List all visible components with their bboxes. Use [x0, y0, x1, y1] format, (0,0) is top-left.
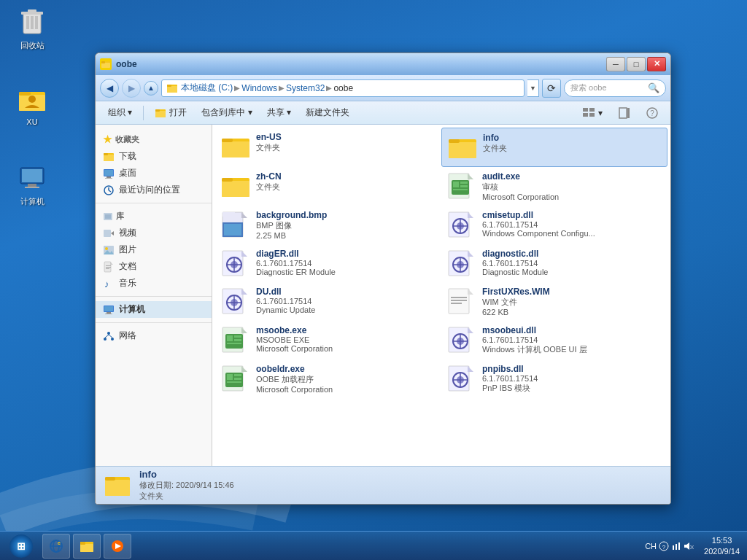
svg-rect-24: [589, 108, 595, 112]
file-info: DU.dll 6.1.7601.17514 Dynamic Update: [256, 287, 436, 314]
file-item-en-US[interactable]: en-US 文件夹: [215, 128, 441, 167]
file-type: BMP 图像: [256, 220, 436, 231]
refresh-button[interactable]: ⟳: [542, 79, 561, 98]
dll-icon: [447, 250, 476, 276]
file-desc: Microsoft Corporation: [482, 192, 662, 201]
svg-rect-78: [453, 189, 468, 190]
svg-marker-49: [110, 262, 113, 265]
breadcrumb-part4[interactable]: oobe: [333, 83, 353, 93]
toolbar-sep1: [143, 106, 144, 120]
file-item-cmisetup-dll[interactable]: cmisetup.dll 6.1.7601.17514 Windows Comp…: [441, 206, 667, 244]
file-item-pnpibs-dll[interactable]: pnpibs.dll 6.1.7601.17514 PnP IBS 模块: [441, 359, 667, 398]
svg-marker-44: [111, 231, 114, 236]
file-type: 6.1.7601.17514: [256, 297, 436, 306]
file-info: en-US 文件夹: [256, 132, 436, 153]
address-bar[interactable]: 本地磁盘 (C:) ▶ Windows ▶ System32 ▶ oobe: [161, 79, 525, 97]
sidebar-item-music[interactable]: ♪ 音乐: [96, 275, 212, 292]
svg-rect-131: [234, 378, 241, 380]
svg-rect-130: [234, 374, 241, 376]
file-item-zh-CN[interactable]: zh-CN 文件夹: [215, 167, 441, 206]
sidebar-item-network[interactable]: 网络: [96, 327, 212, 344]
svg-rect-8: [19, 92, 31, 96]
desktop-icon-user[interactable]: XU: [9, 86, 55, 126]
address-dropdown-button[interactable]: ▼: [527, 79, 539, 97]
pane-icon: [619, 107, 630, 119]
file-item-diagER-dll[interactable]: diagER.dll 6.1.7601.17514 Diagnostic ER …: [215, 244, 441, 282]
svg-rect-149: [80, 544, 93, 552]
music-label: 音乐: [119, 277, 136, 289]
open-icon: [155, 107, 166, 119]
svg-text:))): ))): [690, 545, 694, 549]
view-options-button[interactable]: ▾: [576, 104, 609, 122]
search-icon[interactable]: 🔍: [648, 82, 659, 93]
breadcrumb-part3[interactable]: System32: [286, 83, 325, 93]
file-name: diagnostic.dll: [482, 249, 662, 259]
lang-indicator[interactable]: CH: [645, 542, 657, 551]
share-button[interactable]: 共享 ▾: [260, 104, 298, 122]
sidebar-item-desktop[interactable]: 桌面: [96, 165, 212, 182]
svg-rect-67: [449, 142, 476, 158]
svg-text:e: e: [58, 540, 61, 545]
files-area: en-US 文件夹 info 文件夹 zh-CN 文件夹: [212, 125, 670, 466]
sidebar-item-video[interactable]: 视频: [96, 225, 212, 241]
sidebar-item-image[interactable]: 图片: [96, 241, 212, 258]
desktop-icon-recycle-bin[interactable]: 回收站: [9, 9, 55, 51]
svg-rect-112: [451, 303, 462, 304]
open-button[interactable]: 打开: [148, 104, 193, 122]
sidebar-item-document[interactable]: 文档: [96, 258, 212, 275]
download-label: 下载: [119, 150, 136, 163]
sidebar-item-recent[interactable]: 最近访问的位置: [96, 182, 212, 198]
search-box[interactable]: 搜索 oobe 🔍: [564, 79, 666, 97]
file-icon-wrapper: [221, 171, 250, 201]
up-button[interactable]: ▲: [144, 81, 158, 96]
include-library-button[interactable]: 包含到库中 ▾: [195, 104, 258, 122]
sidebar-item-download[interactable]: 下载: [96, 148, 212, 165]
status-bar: info 修改日期: 2020/9/14 15:46 文件夹: [96, 466, 670, 504]
organize-button[interactable]: 组织 ▾: [101, 104, 139, 122]
taskbar-explorer-item[interactable]: [73, 534, 101, 559]
file-desc: Diagnostic ER Module: [256, 268, 436, 276]
svg-rect-42: [105, 214, 111, 219]
file-item-FirstUXRes-WIM[interactable]: FirstUXRes.WIM WIM 文件 622 KB: [441, 282, 667, 321]
svg-rect-12: [28, 184, 36, 187]
new-folder-button[interactable]: 新建文件夹: [299, 104, 356, 122]
file-item-DU-dll[interactable]: DU.dll 6.1.7601.17514 Dynamic Update: [215, 282, 441, 321]
taskbar-media-item[interactable]: [104, 534, 131, 559]
svg-line-62: [109, 335, 112, 338]
file-type: 6.1.7601.17514: [256, 259, 436, 268]
close-button[interactable]: ✕: [647, 57, 666, 71]
svg-rect-57: [105, 314, 112, 314]
svg-rect-56: [107, 312, 111, 314]
desktop-icon-computer[interactable]: 计算机: [9, 165, 55, 207]
back-button[interactable]: ◀: [100, 79, 119, 98]
file-item-background-bmp[interactable]: background.bmp BMP 图像 2.25 MB: [215, 206, 441, 244]
sidebar-item-computer[interactable]: 计算机: [96, 301, 212, 318]
maximize-button[interactable]: □: [627, 57, 646, 71]
breadcrumb-part1[interactable]: 本地磁盘 (C:): [181, 82, 233, 94]
file-item-info[interactable]: info 文件夹: [441, 128, 667, 167]
forward-button[interactable]: ▶: [122, 79, 141, 98]
file-item-msoobeui-dll[interactable]: msoobeui.dll 6.1.7601.17514 Windows 计算机 …: [441, 321, 667, 359]
file-icon-wrapper: [447, 171, 476, 201]
file-item-msoobe-exe[interactable]: msoobe.exe MSOOBE EXE Microsoft Corporat…: [215, 321, 441, 359]
taskbar: ⊞ e CH: [0, 531, 747, 560]
help-button[interactable]: ?: [640, 104, 665, 122]
file-item-diagnostic-dll[interactable]: diagnostic.dll 6.1.7601.17514 Diagnostic…: [441, 244, 667, 282]
clock[interactable]: 15:53 2020/9/14: [700, 535, 744, 556]
network-tray-icon: [671, 541, 681, 551]
content-area: ★ 收藏夹 下载 桌面: [96, 125, 670, 466]
video-icon: [103, 228, 115, 239]
file-item-audit-exe[interactable]: audit.exe 审核 Microsoft Corporation: [441, 167, 667, 206]
taskbar-items: e: [41, 532, 642, 560]
details-pane-button[interactable]: [612, 104, 637, 122]
minimize-button[interactable]: ─: [606, 57, 625, 71]
svg-rect-157: [678, 542, 680, 550]
svg-rect-26: [589, 113, 595, 117]
taskbar-ie-icon[interactable]: e: [42, 534, 70, 559]
computer-nav-icon: [103, 304, 115, 316]
start-button[interactable]: ⊞: [1, 532, 41, 561]
file-name: zh-CN: [256, 171, 436, 182]
breadcrumb-part2[interactable]: Windows: [241, 83, 277, 93]
file-item-oobeldr-exe[interactable]: oobeldr.exe OOBE 加载程序 Microsoft Corporat…: [215, 359, 441, 398]
svg-rect-119: [227, 343, 241, 344]
